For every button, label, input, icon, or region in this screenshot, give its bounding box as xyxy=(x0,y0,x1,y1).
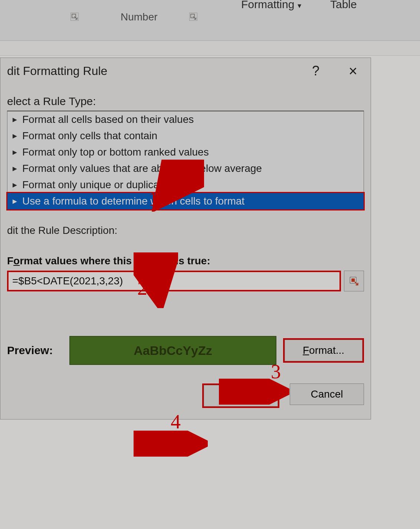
dialog-launcher-icon[interactable] xyxy=(189,13,197,21)
dialog-launcher-icon[interactable] xyxy=(70,13,79,21)
close-button[interactable]: × xyxy=(349,63,357,79)
rule-type-item[interactable]: ►Format only cells that contain xyxy=(7,128,364,144)
formula-label: Format values where this formula is true… xyxy=(7,255,364,267)
svg-rect-3 xyxy=(351,278,355,282)
format-button[interactable]: Format... xyxy=(285,340,362,361)
bullet-icon: ► xyxy=(11,132,19,140)
ok-button[interactable]: OK xyxy=(204,385,278,406)
help-button[interactable]: ? xyxy=(312,63,319,79)
ribbon-area: Formatting ▾ Table Number xyxy=(0,0,420,41)
formula-input-highlight xyxy=(7,271,341,291)
bullet-icon: ► xyxy=(11,197,19,206)
formula-input[interactable] xyxy=(12,275,336,287)
rule-type-listbox[interactable]: ►Format all cells based on their values … xyxy=(7,111,364,210)
rule-type-item[interactable]: ►Format only top or bottom ranked values xyxy=(7,144,364,160)
ok-button-highlight: OK xyxy=(202,383,279,408)
preview-label: Preview: xyxy=(7,344,63,357)
bullet-icon: ► xyxy=(11,148,19,157)
ribbon-table-label[interactable]: Table xyxy=(330,0,357,11)
rule-type-item[interactable]: ►Format only unique or duplicate values xyxy=(7,177,364,193)
select-rule-type-label: elect a Rule Type: xyxy=(7,95,364,108)
annotation-arrow-4 xyxy=(134,431,208,457)
dialog-titlebar: dit Formatting Rule ? × xyxy=(7,58,364,84)
collapse-dialog-icon[interactable] xyxy=(344,271,364,291)
bullet-icon: ► xyxy=(11,181,19,189)
rule-type-item[interactable]: ►Format only values that are above or be… xyxy=(7,160,364,177)
rule-type-item[interactable]: ►Format all cells based on their values xyxy=(7,111,364,128)
edit-formatting-rule-dialog: dit Formatting Rule ? × elect a Rule Typ… xyxy=(0,58,371,419)
formula-bar-strip xyxy=(0,41,420,56)
rule-type-item-selected[interactable]: ►Use a formula to determine which cells … xyxy=(6,192,365,210)
format-button-highlight: Format... xyxy=(283,338,364,363)
cancel-button[interactable]: Cancel xyxy=(290,383,364,405)
dialog-title: dit Formatting Rule xyxy=(7,64,107,78)
bullet-icon: ► xyxy=(11,115,19,124)
preview-sample: AaBbCcYyZz xyxy=(69,336,276,365)
ribbon-number-group-label: Number xyxy=(121,11,158,23)
edit-rule-description-label: dit the Rule Description: xyxy=(7,225,364,236)
bullet-icon: ► xyxy=(11,164,19,173)
ribbon-formatting-label[interactable]: Formatting ▾ xyxy=(241,0,301,11)
